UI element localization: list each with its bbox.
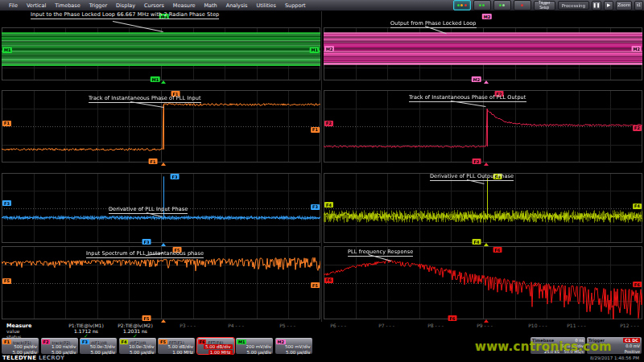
trace-tab-F5: F5 <box>159 339 167 344</box>
annotation-M2: Output from Phase Locked Loop <box>390 20 477 28</box>
marker-F3-right[interactable]: F3 <box>311 204 320 210</box>
trigger-position-icon <box>484 243 489 246</box>
menu-item-measure[interactable]: Measure <box>173 2 196 9</box>
trigger-source-badge: C1 DC <box>623 338 640 343</box>
trace-horizontal-scale: 5.00 µs/div <box>91 350 116 355</box>
marker-F6-bottom[interactable]: F6 <box>448 315 457 321</box>
trigger-setup-button[interactable]: Trigger Setup <box>534 1 555 10</box>
marker-M2-bottom[interactable]: M2 <box>472 76 481 82</box>
analysis-shortcut-2-icon[interactable] <box>473 0 491 10</box>
trace-descriptor-F5[interactable]: F5FFT(F1)5.00 dB/div1.00 MHz <box>158 338 195 354</box>
trace-horizontal-scale: 5.00 µs/div <box>247 350 272 355</box>
teledyne-lecroy-logo: TELEDYNE LECROY <box>2 355 64 361</box>
pause-icon: ❚❚ <box>592 2 600 7</box>
marker-F4-left[interactable]: F4 <box>324 202 333 208</box>
analysis-shortcut-3-icon[interactable] <box>493 0 511 10</box>
marker-F5-bottom[interactable]: F5 <box>142 315 151 321</box>
trigger-position-icon <box>484 319 489 323</box>
marker-F5-right[interactable]: F5 <box>311 282 320 288</box>
trace-vertical-scale: 50.0e-3/div <box>90 344 115 349</box>
menu-item-display[interactable]: Display <box>116 2 135 9</box>
waveform-display-M2[interactable] <box>324 27 642 80</box>
menu-item-vertical[interactable]: Vertical <box>27 2 46 9</box>
marker-F1-bottom[interactable]: F1 <box>149 158 158 164</box>
menu-item-support[interactable]: Support <box>285 2 306 9</box>
zoom-factor-button[interactable]: x1 <box>634 1 643 10</box>
marker-F2-left[interactable]: F2 <box>324 121 333 126</box>
menu-item-analysis[interactable]: Analysis <box>226 2 248 9</box>
icon-dot <box>479 4 481 6</box>
menu-item-trigger[interactable]: Trigger <box>89 2 107 9</box>
marker-F1-right[interactable]: F1 <box>311 127 320 133</box>
trigger-position-icon <box>161 80 166 84</box>
grid-F6 <box>324 246 642 319</box>
toolbar-icon-group <box>453 0 531 10</box>
analysis-shortcut-1-icon[interactable] <box>453 0 471 10</box>
grid-M1 <box>2 27 320 80</box>
menu-item-utilities[interactable]: Utilities <box>256 2 275 9</box>
marker-F2-bottom[interactable]: F2 <box>473 158 481 164</box>
toolbar: Trigger Setup Processing ❚❚ ▶ Zoom x1 <box>453 0 643 10</box>
trigger-position-icon <box>161 162 166 166</box>
icon-dot <box>521 4 523 6</box>
datetime: 8/29/2017 1:48:56 PM <box>590 356 639 360</box>
marker-F2-right[interactable]: F2 <box>633 125 642 131</box>
analysis-shortcut-4-icon[interactable] <box>514 0 531 10</box>
marker-M1-right[interactable]: M1 <box>310 47 320 53</box>
value-row-label: value <box>6 328 19 334</box>
measure-column-header[interactable]: P12 - - - <box>593 323 644 328</box>
icon-dot <box>457 4 460 6</box>
pause-button[interactable]: ❚❚ <box>592 1 601 10</box>
marker-F6-left[interactable]: F6 <box>324 278 333 283</box>
annotation-F5: Input Spectrum of PLL Instantaneous phas… <box>86 250 204 258</box>
menu-item-file[interactable]: File <box>9 2 18 9</box>
marker-F6-right[interactable]: F6 <box>633 282 642 287</box>
trace-horizontal-scale: 1.00 MHz <box>172 350 193 355</box>
trace-vertical-scale: 10.0e-3/div <box>129 344 154 349</box>
annotation-F2: Track of Instantaneous Phase of PLL Outp… <box>409 94 526 102</box>
trace-tab-F4: F4 <box>120 339 129 344</box>
marker-M1-bottom[interactable]: M1 <box>151 76 160 82</box>
trace-descriptor-M2[interactable]: M2500 mV/div5.00 µs/div <box>275 338 312 354</box>
trace-vertical-scale: 5.00 dB/div <box>168 344 193 349</box>
trace-descriptor-F2[interactable]: F2track(P2)1.00 ns/div5.00 µs/div <box>41 338 78 354</box>
icon-dot <box>482 4 485 6</box>
play-button[interactable]: ▶ <box>604 1 613 10</box>
trace-descriptor-F4[interactable]: F4d(F2)/dt10.0e-3/div5.00 µs/div <box>119 338 156 354</box>
trace-tab-F1: F1 <box>2 339 11 344</box>
annotation-F4: Derivative of PLL Output Phase <box>430 173 514 181</box>
marker-M2-left[interactable]: M2 <box>324 46 334 51</box>
annotation-F1: Track of Instantaneous Phase of PLL Inpu… <box>89 95 201 103</box>
marker-F3-left[interactable]: F3 <box>2 200 11 206</box>
marker-M2-top[interactable]: M2 <box>482 14 492 19</box>
waveform-display-M1[interactable] <box>2 27 320 80</box>
menu-item-timebase[interactable]: Timebase <box>55 2 80 9</box>
brand-sub: LECROY <box>39 355 64 361</box>
trace-vertical-scale: 200 mV/div <box>246 344 272 349</box>
trace-descriptor-F6[interactable]: F6FFT(F4)5.00 dB/div1.00 MHz <box>197 338 234 354</box>
marker-F3-top[interactable]: F3 <box>171 174 180 179</box>
waveform-display-F6[interactable] <box>324 246 642 319</box>
icon-dot <box>464 4 467 6</box>
icon-dot <box>499 4 502 6</box>
marker-F4-right[interactable]: F4 <box>633 204 642 209</box>
marker-F3-bottom[interactable]: F3 <box>142 239 151 245</box>
marker-F1-left[interactable]: F1 <box>2 121 11 126</box>
trace-descriptor-F1[interactable]: F1track(P1)500 ps/div5.00 µs/div <box>2 338 39 354</box>
trace-vertical-scale: 500 mV/div <box>285 344 311 349</box>
marker-F6-top[interactable]: F6 <box>493 247 502 253</box>
menu-item-math[interactable]: Math <box>204 2 217 9</box>
menu-item-cursors[interactable]: Cursors <box>144 2 164 9</box>
trace-tab-F3: F3 <box>80 339 89 344</box>
trace-descriptor-F3[interactable]: F3d(F1)/dt50.0e-3/div5.00 µs/div <box>80 338 117 354</box>
trace-horizontal-scale: 5.00 µs/div <box>286 350 311 355</box>
marker-M2-right[interactable]: M2 <box>632 46 642 51</box>
marker-F5-left[interactable]: F5 <box>2 278 11 284</box>
processing-status: Processing <box>558 1 589 10</box>
trace-descriptor-M1[interactable]: M1200 mV/div5.00 µs/div <box>236 338 273 354</box>
play-icon: ▶ <box>607 2 610 7</box>
annotation-F6: PLL frequency Response <box>348 249 413 257</box>
marker-F4-bottom[interactable]: F4 <box>473 239 481 245</box>
zoom-button[interactable]: Zoom <box>616 1 632 10</box>
marker-M1-left[interactable]: M1 <box>2 47 12 53</box>
